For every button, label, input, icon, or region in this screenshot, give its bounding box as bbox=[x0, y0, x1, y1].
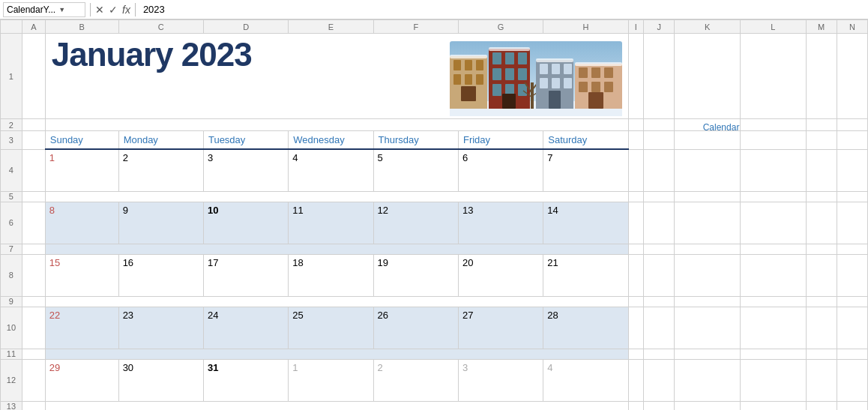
cell-m11[interactable] bbox=[806, 349, 837, 359]
cell-e3-wednesday[interactable]: Wednesday bbox=[289, 131, 373, 150]
cell-l1[interactable] bbox=[740, 34, 806, 119]
cell-j5[interactable] bbox=[644, 191, 675, 202]
cell-c10[interactable]: 23 bbox=[118, 307, 203, 349]
cell-b3-sunday[interactable]: Sunday bbox=[45, 131, 118, 150]
cell-f12[interactable]: 2 bbox=[373, 359, 458, 401]
cell-k4[interactable]: Enter yearin this cell bbox=[675, 149, 741, 191]
cell-c12[interactable]: 30 bbox=[118, 359, 203, 401]
cell-a12[interactable] bbox=[22, 359, 45, 401]
cell-n7[interactable] bbox=[837, 244, 867, 254]
cell-d4[interactable]: 3 bbox=[203, 149, 288, 191]
col-header-c[interactable]: C bbox=[118, 20, 203, 34]
cell-l13[interactable] bbox=[740, 401, 806, 410]
cell-m8[interactable] bbox=[806, 254, 837, 296]
cell-m10[interactable] bbox=[806, 307, 837, 349]
cell-i11[interactable] bbox=[628, 349, 644, 359]
cell-l5[interactable] bbox=[740, 191, 806, 202]
cell-k10[interactable] bbox=[675, 307, 741, 349]
cell-e10[interactable]: 25 bbox=[289, 307, 373, 349]
cell-h3-saturday[interactable]: Saturday bbox=[543, 131, 628, 150]
cell-i13[interactable] bbox=[628, 401, 644, 410]
cell-e6[interactable]: 11 bbox=[289, 202, 373, 244]
cell-a8[interactable] bbox=[22, 254, 45, 296]
cell-j1[interactable] bbox=[644, 34, 675, 119]
cell-k1[interactable] bbox=[675, 34, 741, 119]
cell-m13[interactable] bbox=[806, 401, 837, 410]
cell-a3[interactable] bbox=[22, 131, 45, 150]
cell-a6[interactable] bbox=[22, 202, 45, 244]
name-box-dropdown-icon[interactable]: ▼ bbox=[58, 6, 82, 13]
cell-k8[interactable] bbox=[675, 254, 741, 296]
cell-c6[interactable]: 9 bbox=[118, 202, 203, 244]
cell-j7[interactable] bbox=[644, 244, 675, 254]
cell-m1[interactable] bbox=[806, 34, 837, 119]
cell-k2[interactable]: Calendar Settings Year Week Start 202 bbox=[675, 119, 741, 131]
cell-n9[interactable] bbox=[837, 296, 867, 307]
function-icon[interactable]: fx bbox=[122, 4, 130, 16]
cell-d6[interactable]: 10 bbox=[203, 202, 288, 244]
cell-h6[interactable]: 14 bbox=[543, 202, 628, 244]
cell-b13-h13[interactable] bbox=[45, 401, 628, 410]
cell-n1[interactable] bbox=[837, 34, 867, 119]
cell-f6[interactable]: 12 bbox=[373, 202, 458, 244]
cell-i6[interactable] bbox=[628, 202, 644, 244]
cell-a2[interactable] bbox=[22, 119, 45, 131]
cell-k13[interactable] bbox=[675, 401, 741, 410]
cell-f4[interactable]: 5 bbox=[373, 149, 458, 191]
cell-m9[interactable] bbox=[806, 296, 837, 307]
cell-m12[interactable] bbox=[806, 359, 837, 401]
cell-i2[interactable] bbox=[628, 119, 644, 131]
col-header-h[interactable]: H bbox=[543, 20, 628, 34]
cell-g8[interactable]: 20 bbox=[458, 254, 543, 296]
cell-j8[interactable] bbox=[644, 254, 675, 296]
cell-c3-monday[interactable]: Monday bbox=[118, 131, 203, 150]
cell-l7[interactable] bbox=[740, 244, 806, 254]
cell-b8[interactable]: 15 bbox=[45, 254, 118, 296]
cell-a11[interactable] bbox=[22, 349, 45, 359]
cell-b6[interactable]: 8 bbox=[45, 202, 118, 244]
col-header-d[interactable]: D bbox=[203, 20, 288, 34]
cell-d8[interactable]: 17 bbox=[203, 254, 288, 296]
cell-l12[interactable] bbox=[740, 359, 806, 401]
cell-j13[interactable] bbox=[644, 401, 675, 410]
cell-e12[interactable]: 1 bbox=[289, 359, 373, 401]
cell-l8[interactable] bbox=[740, 254, 806, 296]
cell-m5[interactable] bbox=[806, 191, 837, 202]
cell-m6[interactable] bbox=[806, 202, 837, 244]
cell-a7[interactable] bbox=[22, 244, 45, 254]
cell-g12[interactable]: 3 bbox=[458, 359, 543, 401]
col-header-a[interactable]: A bbox=[22, 20, 45, 34]
cell-j3[interactable] bbox=[644, 131, 675, 150]
cell-j12[interactable] bbox=[644, 359, 675, 401]
cell-h4[interactable]: 7 bbox=[543, 149, 628, 191]
col-header-k[interactable]: K bbox=[675, 20, 741, 34]
cell-i4[interactable] bbox=[628, 149, 644, 191]
cell-j10[interactable] bbox=[644, 307, 675, 349]
cell-l11[interactable] bbox=[740, 349, 806, 359]
col-header-i[interactable]: I bbox=[628, 20, 644, 34]
cell-e8[interactable]: 18 bbox=[289, 254, 373, 296]
cell-n10[interactable] bbox=[837, 307, 867, 349]
cell-a4[interactable] bbox=[22, 149, 45, 191]
cell-k11[interactable] bbox=[675, 349, 741, 359]
cell-n5[interactable] bbox=[837, 191, 867, 202]
col-header-j[interactable]: J bbox=[644, 20, 675, 34]
cell-b12[interactable]: 29 bbox=[45, 359, 118, 401]
cell-d3-tuesday[interactable]: Tuesday bbox=[203, 131, 288, 150]
col-header-l[interactable]: L bbox=[740, 20, 806, 34]
cell-h10[interactable]: 28 bbox=[543, 307, 628, 349]
cell-b2[interactable] bbox=[45, 119, 628, 131]
cell-j11[interactable] bbox=[644, 349, 675, 359]
cell-n3[interactable] bbox=[837, 131, 867, 150]
cell-a10[interactable] bbox=[22, 307, 45, 349]
cell-k12[interactable] bbox=[675, 359, 741, 401]
cell-n6[interactable] bbox=[837, 202, 867, 244]
cell-h12[interactable]: 4 bbox=[543, 359, 628, 401]
cell-k5[interactable] bbox=[675, 191, 741, 202]
cell-m3[interactable] bbox=[806, 131, 837, 150]
cell-j6[interactable] bbox=[644, 202, 675, 244]
cell-i8[interactable] bbox=[628, 254, 644, 296]
cell-b7-h7[interactable] bbox=[45, 244, 628, 254]
cell-m2[interactable] bbox=[806, 119, 837, 131]
cell-b1-h1[interactable]: January 2023 bbox=[45, 34, 628, 119]
